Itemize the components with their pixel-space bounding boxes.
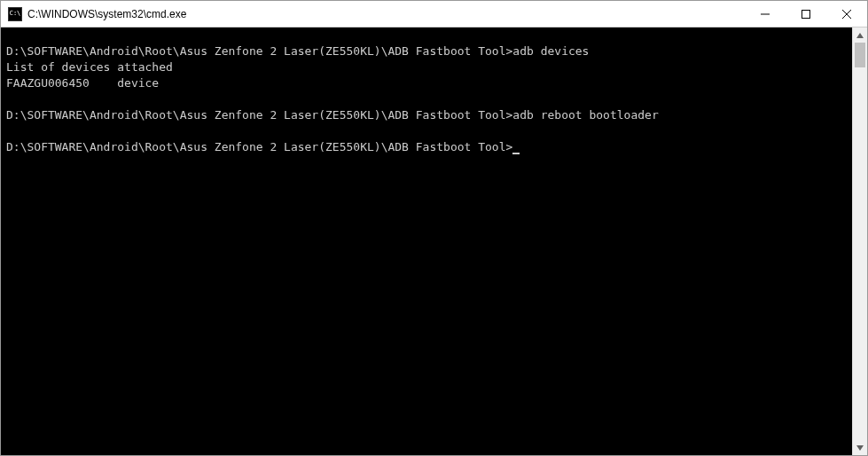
terminal-line — [6, 91, 847, 107]
svg-rect-1 — [802, 10, 810, 18]
terminal-line: D:\SOFTWARE\Android\Root\Asus Zenfone 2 … — [6, 139, 847, 155]
close-button[interactable] — [826, 1, 867, 27]
chevron-down-icon — [856, 445, 864, 451]
terminal-line: List of devices attached — [6, 59, 847, 75]
scroll-track[interactable] — [853, 43, 867, 440]
terminal-line: FAAZGU006450 device — [6, 75, 847, 91]
scroll-down-arrow[interactable] — [853, 440, 867, 455]
maximize-icon — [802, 10, 810, 19]
scroll-thumb[interactable] — [855, 43, 865, 67]
maximize-button[interactable] — [786, 1, 826, 27]
window-title: C:\WINDOWS\system32\cmd.exe — [27, 8, 745, 20]
vertical-scrollbar[interactable] — [852, 28, 867, 455]
terminal-cursor — [512, 153, 520, 154]
cmd-icon-text: C:\ — [10, 11, 21, 17]
terminal-line — [6, 123, 847, 139]
close-icon — [842, 10, 851, 19]
cmd-icon: C:\ — [8, 7, 22, 21]
minimize-button[interactable] — [745, 1, 786, 27]
svg-marker-4 — [856, 33, 864, 38]
terminal-line: D:\SOFTWARE\Android\Root\Asus Zenfone 2 … — [6, 107, 847, 123]
window-titlebar[interactable]: C:\ C:\WINDOWS\system32\cmd.exe — [1, 1, 867, 28]
window-controls — [745, 1, 867, 27]
svg-marker-5 — [856, 445, 864, 451]
chevron-up-icon — [856, 33, 864, 38]
scroll-up-arrow[interactable] — [853, 28, 867, 43]
terminal-line: D:\SOFTWARE\Android\Root\Asus Zenfone 2 … — [6, 43, 847, 59]
minimize-icon — [761, 10, 770, 19]
terminal-output[interactable]: D:\SOFTWARE\Android\Root\Asus Zenfone 2 … — [1, 28, 852, 455]
terminal-container: D:\SOFTWARE\Android\Root\Asus Zenfone 2 … — [1, 28, 867, 455]
